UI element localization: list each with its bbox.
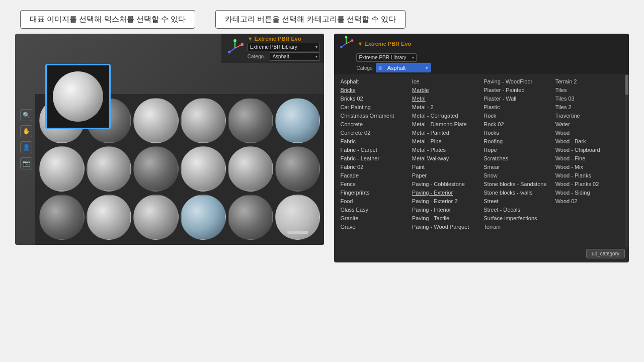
category-item[interactable]: Paving - Tactile (410, 214, 481, 222)
category-item[interactable]: Rock 02 (481, 120, 553, 128)
category-item[interactable]: Rope (481, 146, 553, 154)
selected-material-preview[interactable] (45, 64, 111, 129)
category-item[interactable]: Marble (410, 86, 481, 94)
category-item[interactable]: Fabric 02 (338, 163, 410, 171)
mat-ball-3[interactable] (133, 98, 179, 143)
right-instruction-label: 카테고리 버튼을 선택해 카테고리를 선택할 수 있다 (215, 10, 406, 29)
category-item[interactable]: Concrete (338, 120, 410, 128)
category-item[interactable]: Tiles (553, 86, 625, 94)
category-item[interactable]: Metal Walkway (410, 154, 481, 162)
category-item[interactable]: Fabric (338, 137, 410, 145)
category-item[interactable]: Roofing (481, 137, 553, 145)
category-item[interactable]: Stone blocks - Sandstone (481, 180, 553, 188)
category-item[interactable]: Metal - Diamond Plate (410, 120, 481, 128)
category-item[interactable]: Metal - Pipe (410, 137, 481, 145)
category-item[interactable]: Wood - Planks (553, 171, 625, 179)
category-item[interactable]: Christmass Ornament (338, 112, 410, 120)
category-item[interactable]: Paving - WoodFloor (481, 77, 553, 85)
mat-ball-6[interactable] (275, 98, 320, 143)
category-item[interactable]: Scratches (481, 154, 553, 162)
mat-ball-12[interactable] (275, 146, 320, 192)
category-item[interactable]: Fingerprints (338, 189, 410, 197)
mat-ball-17[interactable] (228, 195, 273, 240)
category-item[interactable]: Water (553, 120, 625, 128)
category-item[interactable]: Wood - Chipboard (553, 146, 625, 154)
category-item[interactable]: Food (338, 197, 410, 205)
category-item[interactable]: Metal (410, 95, 481, 103)
category-item[interactable]: Wood - Mix (553, 163, 625, 171)
category-item[interactable]: Plaster - Wall (481, 95, 553, 103)
category-item[interactable]: Concrete 02 (338, 129, 410, 137)
category-item[interactable]: Plastic (481, 103, 553, 111)
category-item[interactable]: Bricks (338, 86, 410, 94)
category-item[interactable]: Tiles 03 (553, 95, 625, 103)
tool-user[interactable]: 👤 (20, 141, 32, 153)
category-item[interactable]: Wood - Planks 02 (553, 180, 625, 188)
category-item[interactable]: Terrain 2 (553, 77, 625, 85)
category-item[interactable]: Paving - Interior (410, 206, 481, 214)
category-item[interactable]: Smear (481, 163, 553, 171)
category-item[interactable]: Fabric - Carpet (338, 146, 410, 154)
category-column-1: AsphaltBricksBricks 02Car PaintingChrist… (338, 77, 410, 260)
tool-hand[interactable]: ✋ (20, 125, 32, 137)
category-item[interactable]: Paving - Exterior 2 (410, 197, 481, 205)
category-item[interactable]: Metal - Painted (410, 129, 481, 137)
mat-ball-8[interactable] (87, 146, 132, 192)
mat-ball-15[interactable] (133, 195, 179, 240)
category-item[interactable]: Fence (338, 180, 410, 188)
category-item[interactable]: Metal - Corrugated (410, 112, 481, 120)
scrollbar[interactable] (625, 74, 629, 247)
mat-ball-11[interactable] (228, 146, 273, 192)
category-item[interactable]: Surface imperfections (481, 214, 553, 222)
category-item[interactable]: Ice (410, 77, 481, 85)
mat-ball-4[interactable] (181, 98, 226, 143)
category-item[interactable]: Tiles 2 (553, 103, 625, 111)
tool-camera[interactable]: 📷 (20, 157, 32, 169)
category-item[interactable]: Paving - Exterior (410, 189, 481, 197)
category-item[interactable]: Fabric - Leather (338, 154, 410, 162)
category-item[interactable]: Facade (338, 171, 410, 179)
category-item[interactable]: Terrain (481, 223, 553, 231)
right-category-panel: ▼ Extreme PBR Evo Extreme PBR Library Ca… (334, 34, 629, 262)
mat-ball-9[interactable] (133, 146, 179, 192)
right-category-dropdown[interactable]: Asphalt (376, 63, 431, 72)
mat-ball-10[interactable] (181, 146, 226, 192)
category-item[interactable]: Granite (338, 214, 410, 222)
category-item[interactable]: Street (481, 197, 553, 205)
category-item[interactable]: Metal - 2 (410, 103, 481, 111)
category-item[interactable]: Car Painting (338, 103, 410, 111)
mat-ball-13[interactable] (39, 195, 85, 240)
category-item[interactable]: Street - Decals (481, 206, 553, 214)
category-item[interactable]: Gravel (338, 223, 410, 231)
category-item[interactable]: Rocks (481, 129, 553, 137)
category-item[interactable]: Asphalt (338, 77, 410, 85)
category-item[interactable]: Snow (481, 171, 553, 179)
left-category-dropdown[interactable]: Asphalt (270, 52, 320, 61)
tool-search[interactable]: 🔍 (20, 109, 32, 121)
mat-ball-16[interactable] (181, 195, 226, 240)
category-item[interactable]: Stone blocks - walls (481, 189, 553, 197)
mat-ball-14[interactable] (87, 195, 132, 240)
category-item[interactable]: Rock (481, 112, 553, 120)
category-item[interactable]: Wood - Bark (553, 137, 625, 145)
category-item[interactable]: Metal - Plates (410, 146, 481, 154)
category-item[interactable]: Paving - Cobblestone (410, 180, 481, 188)
category-item[interactable]: Paper (410, 171, 481, 179)
category-item[interactable]: Wood (553, 129, 625, 137)
category-column-2: IceMarbleMetalMetal - 2Metal - Corrugate… (410, 77, 481, 260)
category-item[interactable]: Wood - Fine (553, 154, 625, 162)
category-item[interactable]: Paving - Wood Parquet (410, 223, 481, 231)
category-item[interactable]: Glass Easy (338, 206, 410, 214)
category-item[interactable]: Bricks 02 (338, 95, 410, 103)
mat-ball-5[interactable] (228, 98, 273, 143)
category-item[interactable]: Paint (410, 163, 481, 171)
right-library-dropdown[interactable]: Extreme PBR Library (356, 53, 417, 62)
category-item[interactable]: Wood - Siding (553, 189, 625, 197)
left-library-dropdown[interactable]: Extreme PBR Library (248, 43, 320, 51)
category-item[interactable]: Travertine (553, 112, 625, 120)
mat-ball-18[interactable] (275, 195, 320, 240)
mat-ball-7[interactable] (39, 146, 85, 192)
up-category-button[interactable]: up_category (586, 249, 625, 258)
category-item[interactable]: Wood 02 (553, 197, 625, 205)
category-item[interactable]: Plaster - Painted (481, 86, 553, 94)
